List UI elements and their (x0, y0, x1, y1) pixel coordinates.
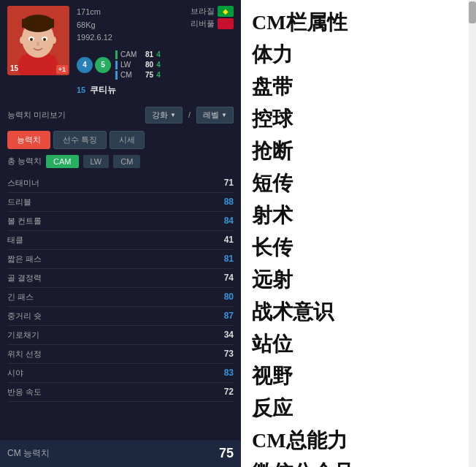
chinese-line-11: 视野 (252, 361, 458, 392)
cm-total-label: CM 능력치 (7, 447, 50, 460)
cm-total-value: 75 (219, 446, 234, 461)
filter-label: 총 능력치 (7, 156, 42, 167)
cm-total-row: CM 능력치 75 (0, 440, 241, 467)
tabs-section: 능력치 선수 특징 시세 (0, 128, 241, 152)
svg-point-10 (43, 38, 46, 41)
left-panel: +1 15 171cm 68Kg 1992.6.12 브라질 리버풀 (0, 0, 241, 467)
stat-name-stamina: 스태미너 (7, 178, 212, 189)
stat-name-positioning: 위치 선정 (7, 349, 212, 360)
stat-name-short-pass: 짧은 패스 (7, 254, 212, 265)
chinese-line-5: 短传 (252, 168, 458, 199)
stat-value-intercept: 34 (212, 330, 234, 340)
flag-liverpool (218, 18, 234, 29)
chinese-line-9: 战术意识 (252, 297, 458, 327)
chinese-line-6: 射术 (252, 200, 458, 231)
stat-name-finishing: 골 결정력 (7, 273, 212, 284)
stat-name-long-shot: 중거리 슛 (7, 311, 212, 322)
player-name-row: 15 쿠티뉴 (77, 84, 234, 96)
flag-brazil (218, 6, 234, 17)
stat-row-stamina: 스태미너 71 (7, 174, 234, 193)
slash-divider: / (188, 110, 191, 119)
filter-lw[interactable]: LW (83, 155, 110, 168)
player-details: 171cm 68Kg 1992.6.12 브라질 리버풀 (77, 6, 234, 96)
stat-value-long-shot: 87 (212, 311, 234, 321)
chinese-line-8: 远射 (252, 265, 458, 295)
preview-label: 능력치 미리보기 (7, 110, 66, 121)
stat-name-reaction: 반응 속도 (7, 387, 212, 398)
stat-name-ball-control: 볼 컨트롤 (7, 216, 212, 227)
boost-badge: +1 (56, 65, 68, 74)
svg-rect-6 (22, 19, 54, 28)
preview-controls: 강화 / 레벨 (145, 107, 234, 124)
player-ratings: 4 5 CAM 81 4 LW 80 4 (77, 50, 234, 80)
tab-ability[interactable]: 능력치 (7, 131, 50, 149)
right-panel: CM栏属性体力盘带控球抢断短传射术长传远射战术意识站位视野反应CM总能力微信公众… (241, 0, 476, 467)
stat-row-ball-control: 볼 컨트롤 84 (7, 212, 234, 231)
svg-point-13 (52, 37, 56, 44)
stat-value-ball-control: 84 (212, 216, 234, 226)
chinese-line-10: 站位 (252, 329, 458, 360)
chinese-line-3: 控球 (252, 104, 458, 134)
stat-row-finishing: 골 결정력 74 (7, 269, 234, 288)
stat-name-long-pass: 긴 패스 (7, 292, 212, 303)
filter-cm[interactable]: CM (113, 155, 140, 168)
chinese-line-4: 抢断 (252, 136, 458, 167)
stat-value-long-pass: 80 (212, 292, 234, 302)
svg-rect-2 (20, 56, 56, 75)
pos-lw-row: LW 80 4 (115, 61, 161, 69)
chinese-line-12: 反应 (252, 393, 458, 424)
player-physical: 171cm 68Kg 1992.6.12 (77, 6, 112, 45)
scrollbar[interactable] (469, 0, 476, 467)
player-nationality: 브라질 리버풀 (191, 6, 234, 29)
chinese-text-block: CM栏属性体力盘带控球抢断短传射术长传远射战术意识站位视野反应CM总能力微信公众… (252, 7, 458, 467)
svg-point-11 (37, 42, 39, 46)
filter-cam[interactable]: CAM (46, 155, 78, 168)
stat-row-long-shot: 중거리 슛 87 (7, 307, 234, 326)
stat-row-long-pass: 긴 패스 80 (7, 288, 234, 307)
chinese-line-2: 盘带 (252, 72, 458, 102)
pos-bar-cm (115, 71, 118, 80)
stat-row-reaction: 반응 속도 72 (7, 383, 234, 402)
player-name: 쿠티뉴 (90, 84, 116, 96)
stat-value-dribble: 88 (212, 197, 234, 207)
stat-name-vision: 시야 (7, 368, 212, 379)
stat-name-dribble: 드리블 (7, 197, 212, 208)
stat-row-tackle: 태클 41 (7, 231, 234, 250)
stat-value-reaction: 72 (212, 387, 234, 397)
pos-bar-cam (115, 50, 118, 59)
stats-list: 스태미너 71 드리블 88 볼 컨트롤 84 태클 41 짧은 패스 81 골… (0, 171, 241, 440)
stat-row-vision: 시야 83 (7, 364, 234, 383)
pos-cam-row: CAM 81 4 (115, 50, 161, 59)
player-jersey-number: 15 (10, 64, 18, 72)
stat-name-intercept: 기로채기 (7, 330, 212, 341)
stat-value-positioning: 73 (212, 349, 234, 359)
right-content: CM栏属性体力盘带控球抢断短传射术长传远射战术意识站位视野反应CM总能力微信公众… (241, 0, 469, 467)
stat-row-short-pass: 짧은 패스 81 (7, 250, 234, 269)
stat-row-dribble: 드리블 88 (7, 193, 234, 212)
stat-value-finishing: 74 (212, 273, 234, 283)
stat-value-vision: 83 (212, 368, 234, 378)
pos-cm-row: CM 75 4 (115, 71, 161, 80)
chinese-line-0: CM栏属性 (252, 7, 458, 38)
chinese-line-14: 微信公众号： (252, 457, 458, 467)
svg-point-9 (30, 38, 33, 41)
tab-market[interactable]: 시세 (110, 131, 145, 149)
stat-value-tackle: 41 (212, 235, 234, 245)
level-dropdown[interactable]: 레벨 (196, 107, 234, 124)
player-photo: +1 15 (7, 6, 69, 75)
chinese-line-13: CM总能力 (252, 425, 458, 456)
rating-circle-2: 5 (95, 57, 111, 73)
svg-point-12 (20, 37, 24, 44)
stat-value-short-pass: 81 (212, 254, 234, 264)
stat-name-tackle: 태클 (7, 235, 212, 246)
stat-row-positioning: 위치 선정 73 (7, 345, 234, 364)
player-header: +1 15 171cm 68Kg 1992.6.12 브라질 리버풀 (0, 0, 241, 102)
rating-circles: 4 5 (77, 57, 111, 73)
pos-bar-lw (115, 61, 118, 69)
tab-player-trait[interactable]: 선수 특징 (53, 131, 107, 149)
position-ratings: CAM 81 4 LW 80 4 CM 75 4 (115, 50, 161, 80)
enhance-dropdown[interactable]: 강화 (145, 107, 183, 124)
rating-circle-1: 4 (77, 57, 93, 73)
ability-filter: 총 능력치 CAM LW CM (0, 152, 241, 171)
stat-value-stamina: 71 (212, 178, 234, 188)
